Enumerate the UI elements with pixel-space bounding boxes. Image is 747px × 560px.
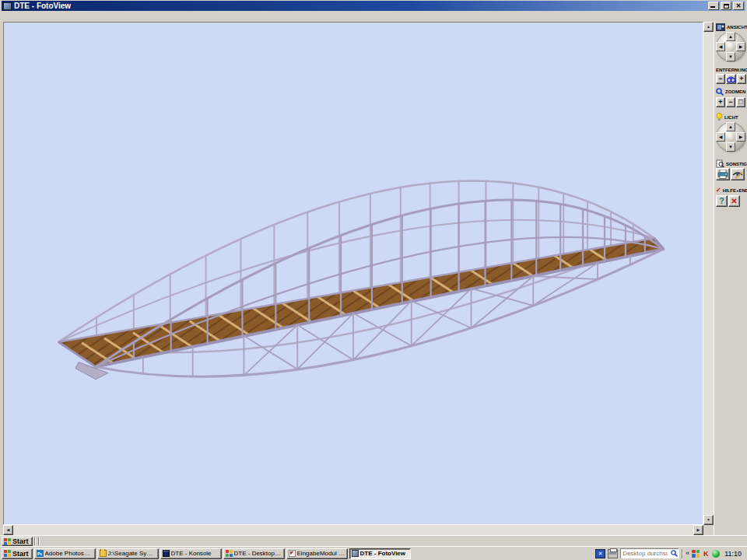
taskbar-item-eingabemodul[interactable]: EingabeModul [Bauchwee... <box>286 548 348 559</box>
zoomen-header: ZOOMEN <box>716 88 745 96</box>
eye-pen-icon <box>732 170 744 179</box>
view-dpad-center <box>726 42 735 51</box>
bulb-icon <box>716 113 723 121</box>
distance-binoculars-button[interactable] <box>726 74 736 84</box>
licht-header: LICHT <box>716 113 738 121</box>
view-left-button[interactable]: ◀ <box>716 42 725 51</box>
divider <box>34 537 36 545</box>
taskbar-item-folder[interactable]: J:\Seagate Sync\SyncRe... <box>97 548 159 559</box>
ansicht-header: ANSICHT <box>716 23 747 31</box>
taskbar-item-photoshop[interactable]: Ps Adobe Photoshop CS3 E... <box>34 548 96 559</box>
clock[interactable]: 11:10 <box>722 550 744 558</box>
snapshot-button[interactable] <box>731 168 745 180</box>
search-icon <box>671 550 678 557</box>
light-dpad-center <box>726 132 735 142</box>
view-dpad: ▲ ◀ ▶ ▼ <box>716 32 745 61</box>
magnifier-icon <box>716 88 724 96</box>
light-down-button[interactable]: ▼ <box>726 142 735 152</box>
app-window: DTE - FotoView ✕ <box>0 0 747 560</box>
search-button[interactable] <box>669 549 679 558</box>
taskbar-item-konsole[interactable]: DTE - Konsole <box>160 548 222 559</box>
tool-panel: ANSICHT ▲ ◀ ▶ ▼ ENTFERNUNG − + <box>714 21 747 535</box>
module-icon <box>289 550 296 557</box>
horizontal-scrollbar[interactable]: ◀ ▶ <box>3 525 703 535</box>
scroll-down-button[interactable]: ▼ <box>703 515 714 525</box>
desktop-icon[interactable]: ✕ <box>595 549 605 558</box>
zoom-window-button[interactable]: □ <box>736 97 745 107</box>
light-dpad: ▲ ◀ ▶ ▼ <box>716 122 745 152</box>
classic-start-button[interactable]: Start <box>2 537 33 546</box>
view-icon <box>716 23 725 31</box>
binoculars-icon <box>727 76 735 82</box>
scrollbar-corner <box>703 525 714 535</box>
zoom-in-button[interactable]: + <box>716 97 725 107</box>
search-input[interactable] <box>621 550 669 557</box>
printer-icon <box>717 170 728 179</box>
taskbar-item-dte[interactable]: DTE - Desktop Engineeri... <box>223 548 285 559</box>
bridge-model <box>4 23 703 524</box>
menu-strip <box>2 11 745 21</box>
fotoview-icon <box>352 550 359 557</box>
scroll-right-button[interactable]: ▶ <box>693 525 703 535</box>
close-button[interactable]: ✕ <box>733 2 744 10</box>
check-icon: ✓ <box>716 187 721 194</box>
classic-start-bar: Start <box>0 535 747 546</box>
zoom-out-button[interactable]: − <box>726 97 735 107</box>
sonstiges-header: SONSTIGES <box>716 159 747 168</box>
view-up-button[interactable]: ▲ <box>726 32 735 41</box>
magnifier-document-icon <box>716 159 724 168</box>
taskbar-item-fotoview[interactable]: DTE - FotoView <box>349 548 411 559</box>
folder-icon <box>100 550 107 557</box>
distance-decrease-button[interactable]: − <box>716 74 725 84</box>
windows-logo-icon <box>4 550 11 557</box>
printer-tray-icon[interactable] <box>608 549 618 558</box>
divider <box>38 537 40 545</box>
distance-increase-button[interactable]: + <box>737 74 746 84</box>
entfernung-header: ENTFERNUNG <box>716 68 747 72</box>
console-icon <box>163 550 170 557</box>
maximize-button[interactable] <box>721 2 731 10</box>
hilfe-header: ✓ HILFE+ENDE <box>716 187 747 194</box>
divider <box>682 549 683 558</box>
app-icon <box>3 2 12 10</box>
window-title: DTE - FotoView <box>14 2 71 10</box>
scroll-left-button[interactable]: ◀ <box>3 525 13 535</box>
vertical-scrollbar[interactable]: ▲ ▼ <box>703 22 714 525</box>
start-button[interactable]: Start <box>2 548 33 559</box>
photoshop-icon: Ps <box>37 550 44 557</box>
print-button[interactable] <box>716 168 730 180</box>
windows-logo-icon <box>4 538 11 545</box>
desktop-search <box>620 548 679 558</box>
tray-app-icon[interactable] <box>692 550 700 558</box>
light-right-button[interactable]: ▶ <box>736 132 745 142</box>
tray-expand-button[interactable]: « <box>686 550 689 557</box>
light-up-button[interactable]: ▲ <box>726 122 735 131</box>
tray-status-icon[interactable] <box>712 550 720 558</box>
scroll-up-button[interactable]: ▲ <box>703 22 714 32</box>
light-left-button[interactable]: ◀ <box>716 132 725 142</box>
view-right-button[interactable]: ▶ <box>736 42 745 51</box>
dte-icon <box>226 550 233 557</box>
viewport-3d[interactable] <box>3 22 703 525</box>
help-button[interactable]: ? <box>716 195 728 207</box>
view-down-button[interactable]: ▼ <box>726 52 735 61</box>
tray-k-icon[interactable]: K <box>702 550 710 558</box>
taskbar: Start Ps Adobe Photoshop CS3 E... J:\Sea… <box>0 546 747 560</box>
title-bar: DTE - FotoView ✕ <box>2 1 745 11</box>
exit-button[interactable]: ✕ <box>728 195 740 207</box>
minimize-button[interactable] <box>708 2 719 10</box>
